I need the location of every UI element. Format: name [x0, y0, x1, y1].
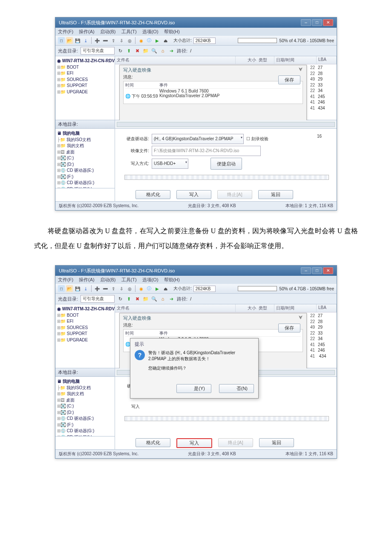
maximize-button[interactable]: □ — [312, 267, 322, 274]
go-icon[interactable]: ➜ — [168, 48, 174, 54]
refresh-icon[interactable]: ↻ — [117, 296, 123, 302]
yes-button[interactable]: 是(Y) — [176, 384, 211, 393]
back-button[interactable]: 返回 — [259, 438, 294, 447]
newfolder-icon[interactable]: 📁 — [143, 48, 149, 54]
iso-node[interactable]: SOURCES — [67, 77, 88, 82]
format-button[interactable]: 格式化 — [135, 190, 170, 199]
burn-icon[interactable]: ◉ — [138, 37, 144, 44]
local-node[interactable]: 我的ISO文档 — [66, 137, 91, 142]
dialog-collapse-icon[interactable]: ⮟ — [299, 67, 303, 72]
new-icon[interactable]: □ — [58, 37, 65, 44]
iso-node[interactable]: SUPPORT — [67, 83, 87, 88]
saveas-icon[interactable]: ⤓ — [82, 285, 89, 292]
add-icon[interactable]: ➕ — [94, 37, 101, 44]
remove-icon[interactable]: ➖ — [102, 285, 109, 292]
play-icon[interactable]: ▶ — [154, 37, 161, 44]
disc-type-field[interactable]: 可引导光盘 — [81, 47, 115, 55]
compress-icon[interactable]: ⇩ — [118, 285, 125, 292]
minimize-button[interactable]: – — [301, 19, 311, 26]
info-icon[interactable]: ⓘ — [146, 37, 153, 44]
write-button-highlighted[interactable]: 写入 — [176, 438, 212, 448]
up-icon[interactable]: ⬆ — [126, 48, 132, 54]
iso-root[interactable]: WIN7-RTM-32-ZH-CN-RDVD — [62, 58, 115, 63]
add-icon[interactable]: ➕ — [94, 285, 101, 292]
menu-help[interactable]: 帮助(H) — [164, 277, 180, 282]
menu-tools[interactable]: 工具(T) — [121, 277, 137, 282]
maximize-button[interactable]: □ — [312, 19, 322, 26]
extract-icon[interactable]: ⇪ — [110, 285, 117, 292]
find-icon[interactable]: 🔍 — [151, 48, 157, 54]
refresh-icon[interactable]: ↻ — [117, 48, 123, 54]
find-icon[interactable]: 🔍 — [151, 296, 157, 302]
image-path-field[interactable]: F:\系统镜像\WIN7-RTM-32-ZH-CN-RDVD.iso — [152, 146, 261, 156]
disc-type-field[interactable]: 可引导光盘 — [81, 295, 115, 303]
local-tree[interactable]: 🖥 我的电脑 ├📁 我的ISO文档 ⊞📁 我的文档 ⊞🖼 桌面 ⊞💽 (C:) … — [55, 377, 115, 436]
drive-select[interactable]: (H:, 4 GB)KingstonDataTraveler 2.0PMAP — [152, 134, 244, 144]
close-button[interactable]: ✕ — [323, 267, 333, 274]
iso-tree[interactable]: ◉ WIN7-RTM-32-ZH-CN-RDVD ⊞📁 BOOT ⊞📁 EFI … — [55, 56, 115, 120]
save-log-button[interactable]: 保存 — [278, 75, 300, 84]
local-node[interactable]: 桌面 — [66, 150, 75, 154]
compress-icon[interactable]: ⇩ — [118, 37, 125, 44]
dialog-collapse-icon[interactable]: ⮟ — [299, 315, 303, 320]
col-size[interactable]: 大小 — [248, 58, 256, 62]
local-node[interactable]: CD 驱动器(E:) — [67, 168, 94, 173]
local-root[interactable]: 我的电脑 — [63, 131, 80, 136]
quick-boot-button[interactable]: 便捷启动 — [210, 158, 242, 170]
menu-boot[interactable]: 启动(B) — [100, 29, 116, 34]
mount-icon[interactable]: ◎ — [126, 285, 133, 292]
write-button[interactable]: 写入 — [176, 190, 211, 199]
local-node[interactable]: (F:) — [67, 174, 74, 179]
new-icon[interactable]: □ — [58, 285, 65, 292]
local-node[interactable]: CD 驱动器(G:) — [67, 180, 94, 185]
menu-action[interactable]: 操作(A) — [79, 277, 95, 282]
open-icon[interactable]: 📂 — [66, 37, 73, 44]
mount-icon[interactable]: ◎ — [126, 37, 133, 44]
local-node[interactable]: 我的文档 — [67, 143, 84, 148]
iso-node[interactable]: EFI — [67, 71, 74, 75]
save-icon[interactable]: 💾 — [74, 37, 81, 44]
home-icon[interactable]: ⌂ — [160, 296, 166, 302]
verify-checkbox[interactable]: ☐ 刻录校验 — [246, 135, 268, 143]
local-node[interactable]: (C:) — [67, 156, 74, 160]
saveas-icon[interactable]: ⤓ — [82, 37, 89, 44]
back-button[interactable]: 返回 — [258, 190, 293, 199]
open-icon[interactable]: 📂 — [66, 285, 73, 292]
newfolder-icon[interactable]: 📁 — [143, 296, 149, 302]
iso-tree[interactable]: ◉ WIN7-RTM-32-ZH-CN-RDVD ⊞📁 BOOT ⊞📁 EFI … — [55, 304, 115, 368]
delete-icon[interactable]: ✖ — [134, 48, 140, 54]
local-tree[interactable]: 🖥 我的电脑 ├📁 我的ISO文档 ⊞📁 我的文档 ⊞🖼 桌面 ⊞💽 (C:) … — [55, 129, 115, 188]
menu-file[interactable]: 文件(F) — [58, 29, 73, 34]
local-node[interactable]: (D:) — [67, 162, 74, 167]
menu-action[interactable]: 操作(A) — [79, 29, 95, 34]
menu-options[interactable]: 选项(O) — [142, 29, 159, 34]
eject-icon[interactable]: ⏏ — [162, 285, 169, 292]
save-icon[interactable]: 💾 — [74, 285, 81, 292]
menu-options[interactable]: 选项(O) — [142, 277, 159, 282]
save-log-button[interactable]: 保存 — [278, 324, 300, 332]
menu-tools[interactable]: 工具(T) — [121, 29, 137, 34]
remove-icon[interactable]: ➖ — [102, 37, 109, 44]
menu-boot[interactable]: 启动(B) — [100, 277, 116, 282]
no-button[interactable]: 否(N) — [219, 384, 254, 393]
extract-icon[interactable]: ⇪ — [110, 37, 117, 44]
menu-file[interactable]: 文件(F) — [58, 277, 73, 282]
close-button[interactable]: ✕ — [323, 19, 333, 26]
up-icon[interactable]: ⬆ — [126, 296, 132, 302]
info-icon[interactable]: ⓘ — [146, 285, 153, 292]
minimize-button[interactable]: – — [301, 267, 311, 274]
method-select[interactable]: USB-HDD+ — [152, 159, 188, 169]
iso-node[interactable]: UPGRADE — [67, 90, 88, 94]
go-icon[interactable]: ➜ — [168, 296, 174, 302]
burn-icon[interactable]: ◉ — [138, 285, 144, 292]
format-button[interactable]: 格式化 — [135, 438, 170, 447]
iso-node[interactable]: BOOT — [67, 65, 79, 69]
home-icon[interactable]: ⌂ — [160, 48, 166, 54]
menu-help[interactable]: 帮助(H) — [164, 29, 180, 34]
play-icon[interactable]: ▶ — [154, 285, 161, 292]
delete-icon[interactable]: ✖ — [134, 296, 140, 302]
col-date[interactable]: 日期/时间 — [274, 56, 317, 64]
col-filename[interactable]: 文件名 — [115, 56, 236, 64]
message-list[interactable]: 时间 事件 Windows 7 6.1 Build 7600 🌐 下午 03:5… — [123, 81, 303, 104]
eject-icon[interactable]: ⏏ — [162, 37, 169, 44]
